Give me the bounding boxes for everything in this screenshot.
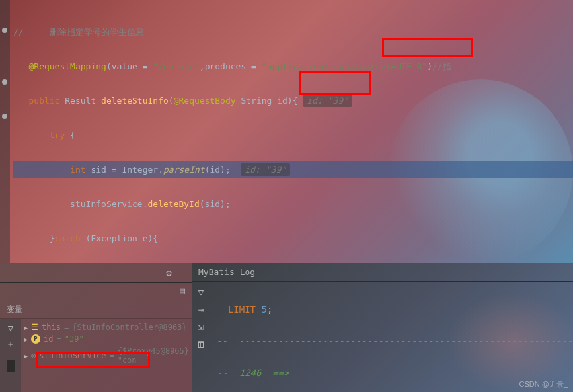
debug-sub-toolbar: ▤	[0, 283, 192, 301]
code-line: // 删除指定学号的学生信息	[13, 24, 573, 41]
mybatis-log-panel: MyBatis Log ▽ ⇥ ⇲ 🗑 LIMIT 5; -- --------…	[192, 263, 573, 392]
log-content[interactable]: LIMIT 5; -- ----------------------------…	[210, 282, 573, 392]
inline-debug-hint: id: "39"	[303, 95, 352, 107]
log-line: LIMIT 5;	[217, 301, 573, 317]
variables-header: 变量	[0, 301, 192, 319]
code-line: stuInfoService.deleteById(sid);	[13, 196, 573, 213]
log-line: -- 1246 ==>	[217, 365, 573, 381]
add-icon[interactable]: ＋	[6, 338, 15, 350]
expand-icon[interactable]: ▶	[24, 324, 28, 331]
watermark: CSDN @近景_	[519, 379, 568, 389]
filter-icon[interactable]: ▽	[8, 323, 13, 333]
layout-icon[interactable]: ▤	[180, 286, 185, 299]
trash-icon[interactable]: 🗑	[196, 338, 206, 349]
variables-tree[interactable]: ▶ ☰ this = {StuInfoController@8963} ▶ P …	[21, 319, 192, 392]
scroll-icon[interactable]: ⇲	[198, 321, 204, 332]
log-line: -- -------------------------------------…	[217, 333, 573, 349]
log-body: ▽ ⇥ ⇲ 🗑 LIMIT 5; -- --------------------…	[192, 282, 573, 392]
code-content[interactable]: // 删除指定学号的学生信息 @RequestMapping(value = "…	[0, 0, 573, 263]
this-icon: ☰	[31, 323, 38, 332]
code-editor[interactable]: // 删除指定学号的学生信息 @RequestMapping(value = "…	[0, 0, 573, 263]
log-panel-title: MyBatis Log	[192, 263, 573, 282]
gear-icon[interactable]: ⚙	[166, 268, 171, 278]
expand-icon[interactable]: ▶	[24, 336, 28, 343]
code-line-active: int sid = Integer.parseInt(id); id: "39"	[13, 161, 573, 178]
code-line: try {	[13, 127, 573, 144]
inline-debug-hint: id: "39"	[241, 163, 290, 176]
gutter-block	[7, 360, 15, 372]
object-icon: ∞	[31, 351, 36, 360]
debug-toolbar: ⚙ —	[0, 263, 192, 283]
variable-row[interactable]: ▶ ☰ this = {StuInfoController@8963}	[21, 321, 192, 333]
code-line: public Result deleteStuInfo(@RequestBody…	[13, 93, 573, 110]
log-gutter: ▽ ⇥ ⇲ 🗑	[192, 282, 210, 392]
minimize-icon[interactable]: —	[180, 268, 185, 278]
debugger-panel: ⚙ — ▤ 变量 ▽ ＋ ▶ ☰ this = {StuInfoControll…	[0, 263, 192, 392]
variables-area: ▽ ＋ ▶ ☰ this = {StuInfoController@8963} …	[0, 319, 192, 392]
expand-icon[interactable]: ▶	[24, 352, 28, 360]
parameter-icon: P	[31, 334, 40, 344]
vars-gutter: ▽ ＋	[0, 319, 21, 392]
variable-row[interactable]: ▶ P id = "39"	[21, 333, 192, 345]
code-line: @RequestMapping(value = "/delete",produc…	[13, 58, 573, 75]
code-line: }catch (Exception e){	[13, 230, 573, 247]
filter-icon[interactable]: ▽	[198, 287, 204, 297]
variable-row[interactable]: ▶ ∞ stuInfoService = {$Proxy45@8965} "co…	[21, 345, 192, 366]
wrap-icon[interactable]: ⇥	[198, 304, 204, 315]
bottom-panel: ⚙ — ▤ 变量 ▽ ＋ ▶ ☰ this = {StuInfoControll…	[0, 263, 573, 392]
